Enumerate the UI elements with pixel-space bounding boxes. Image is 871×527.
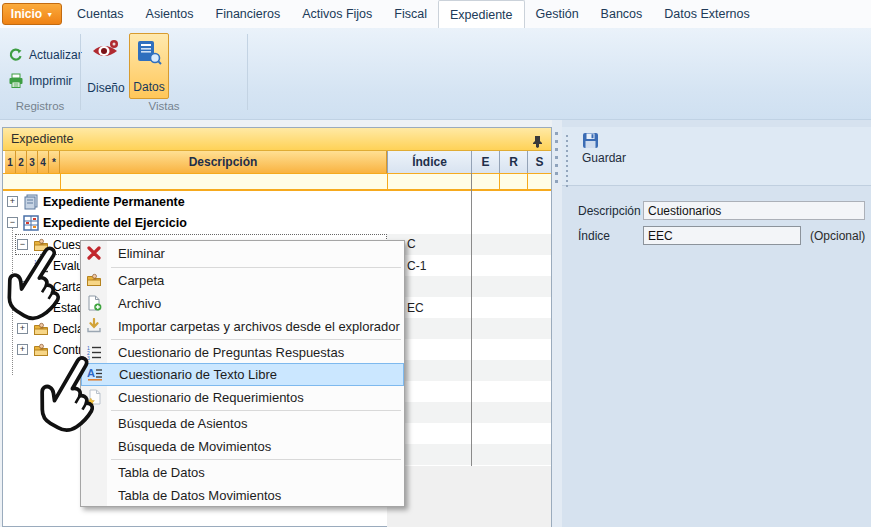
indice-label: Índice <box>578 229 610 243</box>
menu-item-label: Búsqueda de Asientos <box>118 416 247 431</box>
refresh-icon <box>8 47 24 63</box>
menu-item-label: Tabla de Datos <box>118 465 205 480</box>
menu-item-label: Importar carpetas y archivos desde el ex… <box>118 319 400 334</box>
grid-icon <box>23 215 39 231</box>
tree-row-expediente-del-ejercicio[interactable]: − Expediente del Ejercicio <box>7 212 187 233</box>
header-level-3[interactable]: 3 <box>27 151 38 173</box>
tab-activos-fijos[interactable]: Activos Fijos <box>291 0 383 28</box>
header-r[interactable]: R <box>499 151 527 173</box>
header-s[interactable]: S <box>527 151 551 173</box>
menu-item-eliminar[interactable]: Eliminar <box>81 242 404 265</box>
import-download-icon <box>86 318 102 334</box>
ribbon-strip: Actualizar Imprimir Diseño Datos Registr… <box>0 28 871 120</box>
guardar-label: Guardar <box>582 151 626 165</box>
imprimir-label: Imprimir <box>29 74 72 88</box>
tree-label: Expediente del Ejercicio <box>43 216 187 230</box>
app-menu-button[interactable]: Inicio ▼ <box>2 3 62 25</box>
menu-item-label: Carpeta <box>118 273 164 288</box>
index-value: C-1 <box>407 259 426 273</box>
splitter-handle[interactable] <box>555 132 558 183</box>
printer-icon <box>8 73 24 89</box>
imprimir-button[interactable]: Imprimir <box>8 73 72 89</box>
menu-item-label: Eliminar <box>118 246 165 261</box>
tab-expediente[interactable]: Expediente <box>438 0 525 28</box>
ribbon-group-separator <box>80 34 81 110</box>
group-label-vistas: Vistas <box>81 100 247 112</box>
indice-optional-hint: (Opcional) <box>810 229 865 243</box>
menu-separator <box>111 410 401 411</box>
menu-item-busqueda-movimientos[interactable]: Búsqueda de Movimientos <box>81 435 404 458</box>
row-stripe <box>387 402 551 423</box>
save-icon <box>582 132 598 148</box>
menu-item-archivo[interactable]: Archivo <box>81 292 404 315</box>
folder-user-icon <box>86 272 102 288</box>
header-level-1[interactable]: 1 <box>5 151 16 173</box>
row-stripe <box>387 444 551 465</box>
tab-asientos[interactable]: Asientos <box>135 0 205 28</box>
tree-label: Expediente Permanente <box>43 195 185 209</box>
row-stripe <box>387 276 551 297</box>
header-indice[interactable]: Índice <box>387 151 471 173</box>
header-level-all[interactable]: * <box>49 151 60 173</box>
actualizar-button[interactable]: Actualizar <box>8 47 82 63</box>
column-divider <box>471 173 472 466</box>
guardar-button[interactable]: Guardar <box>582 132 626 165</box>
ribbon-tab-bar: Inicio ▼ Cuentas Asientos Financieros Ac… <box>0 0 871 28</box>
inspector-panel: Guardar Descripción Índice (Opcional) <box>562 120 871 527</box>
tab-gestion[interactable]: Gestión <box>525 0 590 28</box>
descripcion-field[interactable] <box>643 201 865 220</box>
menu-item-label: Cuestionario de Texto Libre <box>119 367 277 382</box>
inspector-toolbar: Guardar <box>562 127 871 186</box>
datos-label: Datos <box>133 80 164 94</box>
filter-row[interactable] <box>3 173 551 191</box>
chevron-down-icon: ▼ <box>46 11 53 18</box>
app-menu-label: Inicio <box>11 7 42 21</box>
index-value: C <box>407 237 416 251</box>
tab-cuentas[interactable]: Cuentas <box>66 0 135 28</box>
header-level-2[interactable]: 2 <box>16 151 27 173</box>
design-eye-icon <box>91 38 121 65</box>
panel-title-label: Expediente <box>11 132 74 146</box>
menu-item-cuestionario-preguntas[interactable]: 123 Cuestionario de Preguntas Respuestas <box>81 341 404 364</box>
diseno-button[interactable]: Diseño <box>84 33 128 99</box>
ribbon-group-separator <box>247 34 248 110</box>
indice-field[interactable] <box>643 226 801 245</box>
menu-separator <box>111 459 401 460</box>
header-level-4[interactable]: 4 <box>38 151 49 173</box>
menu-item-carpeta[interactable]: Carpeta <box>81 269 404 292</box>
menu-item-label: Archivo <box>118 296 161 311</box>
menu-item-label: Tabla de Datos Movimientos <box>118 488 281 503</box>
data-view-icon <box>136 39 162 68</box>
menu-item-cuestionario-requerimientos[interactable]: Cuestionario de Requerimientos <box>81 386 404 409</box>
toolbar-drag-handle[interactable] <box>566 135 568 187</box>
menu-item-busqueda-asientos[interactable]: Búsqueda de Asientos <box>81 412 404 435</box>
expand-icon[interactable]: + <box>17 344 28 355</box>
menu-item-importar[interactable]: Importar carpetas y archivos desde el ex… <box>81 315 404 338</box>
file-add-icon <box>86 295 102 311</box>
empty-area <box>387 466 551 527</box>
expand-icon[interactable]: + <box>7 196 18 207</box>
descripcion-label: Descripción <box>578 204 641 218</box>
header-descripcion[interactable]: Descripción <box>60 151 387 173</box>
menu-item-label: Cuestionario de Preguntas Respuestas <box>118 345 344 360</box>
menu-item-label: Búsqueda de Movimientos <box>118 439 271 454</box>
menu-item-tabla-datos[interactable]: Tabla de Datos <box>81 461 404 484</box>
delete-x-icon <box>86 245 102 261</box>
tab-financieros[interactable]: Financieros <box>205 0 292 28</box>
row-stripe <box>387 360 551 381</box>
diseno-label: Diseño <box>87 81 124 95</box>
pages-icon <box>23 194 39 210</box>
panel-splitter[interactable] <box>552 120 562 527</box>
datos-button[interactable]: Datos <box>129 33 169 99</box>
tree-row-expediente-permanente[interactable]: + Expediente Permanente <box>7 191 185 212</box>
group-label-registros: Registros <box>0 100 80 112</box>
tab-fiscal[interactable]: Fiscal <box>383 0 438 28</box>
header-e[interactable]: E <box>471 151 499 173</box>
menu-separator <box>111 339 401 340</box>
tab-bancos[interactable]: Bancos <box>590 0 654 28</box>
menu-item-cuestionario-texto-libre[interactable]: A Cuestionario de Texto Libre <box>81 363 404 386</box>
row-stripe <box>387 318 551 339</box>
collapse-icon[interactable]: − <box>7 217 18 228</box>
tab-datos-externos[interactable]: Datos Externos <box>653 0 760 28</box>
menu-item-tabla-datos-movimientos[interactable]: Tabla de Datos Movimientos <box>81 484 404 507</box>
